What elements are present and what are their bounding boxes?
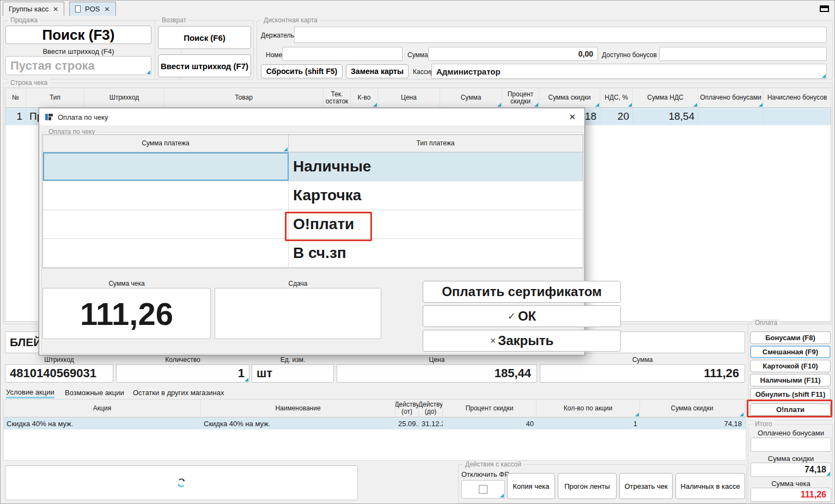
receipt-lines-group-label: Строка чека [8,79,50,87]
sale-barcode-input[interactable]: Пустая строка [5,56,151,75]
refund-search-button[interactable]: Поиск (F6) [158,26,251,49]
product-name-value: БЛЕЙ [10,336,41,349]
payment-type-cell[interactable]: Наличные [289,152,583,181]
tab-pos-label: POS [85,5,100,13]
cell-accrued-bonus [764,108,831,125]
column-header[interactable]: Процент скидки [443,399,537,417]
ok-button[interactable]: ✓ ОК [423,305,621,327]
tab-close-icon[interactable]: ✕ [53,5,58,13]
promo-table-header: Акция Наименование Действу (от) Действу … [4,399,746,417]
cell-vat: 20 [600,108,633,125]
sale-search-button[interactable]: Поиск (F3) [5,26,151,44]
column-header[interactable]: Процент скидки [502,88,539,107]
payment-sum-cell[interactable] [43,152,289,181]
card-holder-input[interactable] [294,27,827,43]
tab-pos[interactable]: POS ✕ [69,2,116,16]
receipt-copy-button[interactable]: Копия чека [507,473,555,499]
ok-button-label: ОК [518,309,536,324]
payment-type-cell[interactable]: Карточка [289,181,583,210]
payment-sum-cell[interactable] [43,181,289,210]
column-header[interactable]: Наименование [201,399,395,417]
sum-value: 111,26 [704,366,739,380]
close-button-label: Закрыть [498,333,553,348]
discount-sum-field[interactable]: 74,18 [751,463,831,477]
payment-sum-cell[interactable] [43,239,289,267]
tab-cash-groups[interactable]: Группы касс ✕ [3,2,64,16]
dialog-title-bar[interactable]: Оплата по чеку ✕ [39,108,584,126]
promo-row[interactable]: Скидка 40% на муж. Скидка 40% на муж. 25… [4,417,746,429]
refund-barcode-button[interactable]: Ввести штрихкод (F7) [158,54,251,77]
payment-type-row[interactable]: В сч.зп [43,239,583,268]
column-header[interactable]: Сумма платежа [43,135,289,152]
column-header[interactable]: Сумма НДС [633,88,698,107]
cut-receipt-button[interactable]: Отрезать чек [619,473,673,499]
disable-fr-checkbox[interactable] [479,485,487,494]
card-sum-input[interactable]: 0,00 [428,47,598,61]
tab-promo-conditions[interactable]: Условие акции [6,387,54,398]
column-header[interactable]: Сумма скидки [640,399,745,417]
card-replace-button[interactable]: Замена карты [346,64,409,78]
column-header[interactable]: Тип платежа [289,135,583,152]
tab-bar: Группы касс ✕ POS ✕ [1,1,834,16]
column-header[interactable]: Тек. остаток [324,88,351,107]
pay-oplati-button[interactable]: О!плати [750,403,831,416]
column-header[interactable]: Действу (от) [395,399,419,417]
column-header[interactable]: К-во [351,88,378,107]
column-header[interactable]: № [5,88,26,107]
barcode-field[interactable]: 4810140569031 [5,364,113,383]
column-header[interactable]: Тип [26,88,84,107]
qty-field[interactable]: 1 [116,364,249,383]
pay-card-button[interactable]: Карточкой (F10) [750,360,831,372]
dialog-close-icon[interactable]: ✕ [565,112,579,122]
refresh-icon[interactable] [176,478,186,488]
cash-in-register-button[interactable]: Наличных в кассе [675,473,745,499]
cashier-input[interactable]: Администратор [431,64,827,79]
cell-to: 31.12.20 [419,417,443,429]
column-header[interactable]: Акция [4,399,201,417]
payment-type-row[interactable]: Карточка [43,181,583,210]
tab-other-stores-stock[interactable]: Остатки в других магазинах [133,387,224,398]
maximize-icon[interactable] [820,5,829,12]
paid-bonus-label: Оплачено бонусами [748,429,833,437]
column-header[interactable]: Начислено бонусов [764,88,831,107]
column-header[interactable]: НДС, % [600,88,633,107]
payment-type-row[interactable]: Наличные [43,152,583,181]
reset-button[interactable]: Обнулить (shift F11) [750,388,831,401]
pay-mixed-button[interactable]: Смешанная (F9) [750,346,831,358]
close-button[interactable]: × Закрыть [423,330,621,352]
feed-tape-button[interactable]: Прогон ленты [558,473,617,499]
paid-bonus-field[interactable] [751,438,831,452]
payment-type-cell[interactable]: В сч.зп [289,239,583,267]
cell-paid-bonus [698,108,764,125]
sale-group-label: Продажа [8,16,40,24]
unit-value: шт [257,366,272,380]
dialog-sum-label: Сумма чека [42,280,211,287]
payment-type-row[interactable]: О!плати [43,210,583,239]
pay-cash-button[interactable]: Наличными (F11) [750,374,831,386]
column-header[interactable]: Оплачено бонусами [698,88,764,107]
receipt-sum-field[interactable]: 111,26 [751,488,831,502]
sum-field[interactable]: 111,26 [540,364,745,383]
receipt-sum-label: Сумма чека [748,480,833,488]
card-reset-button[interactable]: Сбросить (shift F5) [261,64,343,78]
totals-group-label: Итого [753,420,774,428]
payment-type-cell[interactable]: О!плати [289,210,583,238]
barcode-value: 4810140569031 [10,366,96,380]
card-number-input[interactable] [282,47,403,61]
column-header[interactable]: Сумма [440,88,502,107]
column-header[interactable]: Кол-во по акции [537,399,640,417]
column-header[interactable]: Действу (до) [419,399,443,417]
pay-bonus-button[interactable]: Бонусами (F8) [750,331,831,344]
column-header[interactable]: Цена [378,88,440,107]
column-header[interactable]: Штрихкод [84,88,164,107]
price-field[interactable]: 185,44 [337,364,537,383]
card-bonus-input[interactable] [659,47,827,61]
column-header[interactable]: Сумма скидки [539,88,600,107]
disable-fr-label: Отключить ФР [461,470,509,478]
column-header[interactable]: Товар [164,88,324,107]
tab-close-icon[interactable]: ✕ [104,5,109,13]
payment-sum-cell[interactable] [43,210,289,238]
unit-field[interactable]: шт [252,364,334,383]
tab-possible-promos[interactable]: Возможные акции [65,387,124,398]
pay-certificate-button[interactable]: Оплатить сертификатом [423,281,621,303]
